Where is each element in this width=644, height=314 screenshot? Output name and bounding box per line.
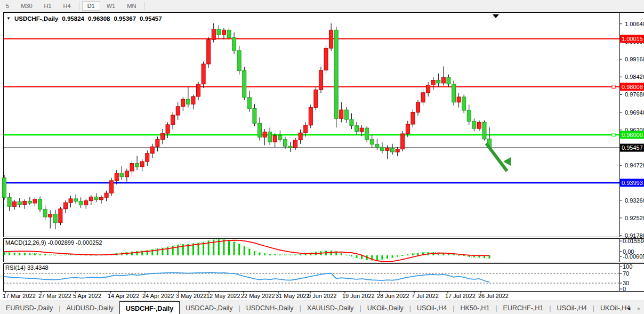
chart-area: ▼ USDCHF-,Daily 0.95824 0.96308 0.95367 …	[0, 12, 644, 301]
chart-tab-usoil-h4[interactable]: USOil-,H4	[551, 301, 593, 314]
timeframe-toolbar: 5M30H1H4D1W1MN	[0, 0, 644, 12]
chart-tab-ukoil-daily[interactable]: UKOil-,Daily	[361, 301, 409, 314]
macd-hist-bar	[381, 255, 383, 260]
macd-hist-bar	[131, 252, 133, 255]
timeframe-button-w1[interactable]: W1	[101, 1, 121, 11]
candle-up	[202, 64, 205, 84]
chart-tab-bar: EURUSD-,Daily|AUDUSD-,DailyUSDCHF-,Daily…	[0, 301, 644, 314]
chart-tab-eurchf-h1[interactable]: EURCHF-,H1	[497, 301, 550, 314]
rsi-indicator-label: RSI(14) 33.4348	[5, 264, 49, 271]
date-axis-label[interactable]: 27 Mar 2022	[38, 293, 71, 299]
candle-down	[186, 99, 190, 104]
candle-up	[156, 140, 159, 147]
chart-tab-audusd-daily[interactable]: AUDUSD-,Daily	[60, 301, 119, 314]
candle-down	[462, 97, 466, 110]
candle-down	[43, 210, 47, 217]
date-axis-label[interactable]: 28 Jun 2022	[377, 293, 409, 299]
candle-down	[94, 197, 98, 199]
tab-scroll-right-icon[interactable]: ►	[637, 305, 642, 311]
timeframe-button-h1[interactable]: H1	[39, 1, 57, 11]
macd-hist-bar	[361, 255, 363, 259]
chart-tab-usoil-h4[interactable]: USOil-,H4	[411, 301, 453, 314]
candle-down	[18, 202, 21, 204]
date-axis-label[interactable]: 3 May 2022	[176, 293, 206, 299]
candle-down	[74, 199, 78, 201]
date-axis-label[interactable]: 12 May 2022	[206, 293, 240, 299]
candle-up	[207, 39, 211, 64]
candle-up	[115, 173, 118, 180]
date-axis-label[interactable]: 22 May 2022	[241, 293, 275, 299]
candle-up	[273, 136, 277, 142]
date-axis-label[interactable]: 26 Jul 2022	[478, 293, 509, 299]
price-badge-text: 0.98008	[622, 84, 643, 90]
candle-down	[258, 123, 262, 137]
date-axis-label[interactable]: 7 Jul 2022	[412, 293, 439, 299]
chart-tab-xauusd-daily[interactable]: XAUUSD-,Daily	[301, 301, 360, 314]
date-axis-label[interactable]: 24 Apr 2022	[142, 293, 174, 299]
chart-tab-usdcnh-daily[interactable]: USDCNH-,Daily	[240, 301, 300, 314]
macd-hist-bar	[223, 239, 224, 255]
hline-handle[interactable]	[612, 85, 615, 88]
chart-tab-hk50-h1[interactable]: HK50-,H1	[454, 301, 495, 314]
date-axis-label[interactable]: 17 Jul 2022	[445, 293, 476, 299]
candle-up	[416, 102, 420, 112]
candle-up	[329, 30, 333, 48]
candle-down	[278, 136, 282, 140]
timeframe-button-m30[interactable]: M30	[15, 1, 37, 11]
macd-hist-bar	[417, 253, 418, 255]
candle-down	[288, 146, 292, 148]
candle-down	[370, 140, 374, 144]
candle-up	[140, 162, 144, 167]
chart-tab-usdchf-daily[interactable]: USDCHF-,Daily	[119, 301, 180, 314]
macd-hist-bar	[34, 254, 36, 255]
price-axis-label: 0.98420	[625, 74, 644, 80]
macd-hist-bar	[9, 253, 10, 255]
macd-hist-bar	[376, 255, 378, 260]
candle-up	[63, 203, 67, 209]
candle-up	[84, 201, 88, 205]
macd-hist-bar	[14, 253, 15, 255]
candle-down	[253, 108, 256, 123]
date-axis-label[interactable]: 14 Apr 2022	[108, 293, 139, 299]
timeframe-button-mn[interactable]: MN	[122, 1, 141, 11]
chart-tab-usdcad-daily[interactable]: USDCAD-,Daily	[180, 301, 238, 314]
candle-up	[319, 70, 323, 90]
candle-down	[334, 30, 338, 118]
candle-down	[482, 122, 486, 139]
candle-down	[7, 197, 11, 206]
candle-up	[309, 108, 312, 125]
chart-symbol-period: USDCHF-,Daily	[14, 15, 58, 22]
date-axis-label[interactable]: 19 Jun 2022	[342, 293, 375, 299]
chart-title: ▼ USDCHF-,Daily 0.95824 0.96308 0.95367 …	[6, 15, 162, 22]
timeframe-button-5[interactable]: 5	[1, 1, 14, 11]
tab-scroll-left-icon[interactable]: ◄	[626, 305, 631, 311]
candle-up	[457, 97, 461, 102]
date-axis-label[interactable]: 31 May 2022	[276, 293, 310, 299]
candle-up	[110, 181, 114, 193]
candle-up	[146, 154, 149, 162]
candle-up	[477, 122, 481, 128]
timeframe-button-h4[interactable]: H4	[58, 1, 76, 11]
candle-up	[33, 199, 37, 203]
candle-down	[283, 140, 287, 147]
candle-down	[365, 128, 369, 140]
symbol-dropdown-icon[interactable]: ▼	[6, 16, 11, 21]
candle-up	[104, 193, 108, 197]
chart-tab-eurusd-daily[interactable]: EURUSD-,Daily	[0, 301, 59, 314]
trading-terminal-window: 5M30H1H4D1W1MN ▼ USDCHF-,Daily 0.95824 0…	[0, 0, 644, 314]
macd-hist-bar	[4, 252, 5, 255]
candle-up	[176, 107, 180, 115]
candle-down	[452, 84, 456, 102]
candle-up	[166, 125, 170, 133]
price-chart-canvas[interactable]: 1.006400.999000.991600.984200.976800.969…	[0, 12, 644, 301]
candle-up	[222, 30, 226, 35]
candle-up	[150, 147, 154, 154]
date-axis-label[interactable]: 5 Apr 2022	[73, 293, 101, 299]
macd-axis-label: 0.015596	[623, 238, 644, 244]
date-axis-label[interactable]: 9 Jun 2022	[308, 293, 336, 299]
timeframe-button-d1[interactable]: D1	[82, 1, 100, 11]
macd-hist-bar	[244, 246, 245, 255]
hline-handle[interactable]	[612, 133, 615, 136]
macd-hist-bar	[234, 242, 235, 255]
date-axis-label[interactable]: 17 Mar 2022	[3, 293, 36, 299]
